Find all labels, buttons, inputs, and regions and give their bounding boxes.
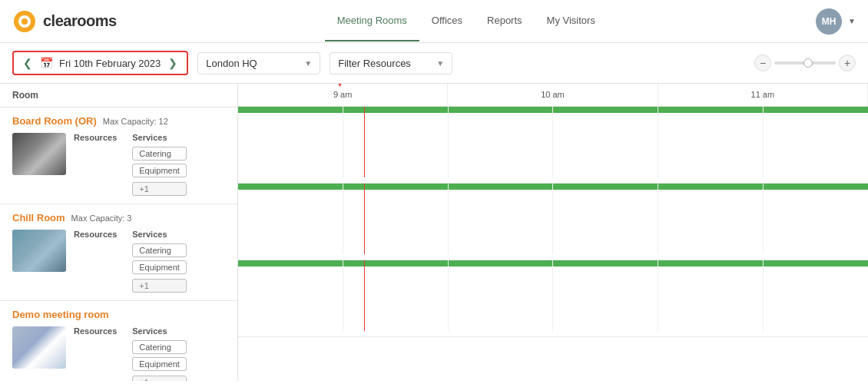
zoom-slider[interactable]: [774, 61, 836, 65]
calendar-row-demo[interactable]: [238, 260, 868, 337]
nav-my-visitors[interactable]: My Visitors: [535, 1, 608, 41]
svg-point-2: [22, 18, 28, 25]
calendar-panel[interactable]: 9 am 10 am 11 am: [238, 84, 868, 381]
demo-room-services-col: Services Catering Equipment +1: [132, 326, 187, 381]
next-date-button[interactable]: ❯: [167, 57, 179, 69]
board-more-tag[interactable]: +1: [132, 182, 187, 196]
zoom-thumb: [803, 58, 813, 68]
user-menu-chevron[interactable]: ▼: [848, 17, 856, 25]
board-services-label: Services: [132, 133, 187, 142]
room-item-chill: Chill Room Max Capacity: 3 Resources Ser…: [0, 204, 237, 301]
demo-cell-2[interactable]: [343, 260, 449, 331]
board-service-equipment[interactable]: Equipment: [132, 164, 187, 177]
board-room-capacity: Max Capacity: 12: [103, 117, 168, 126]
time-slot-9am: 9 am: [238, 84, 448, 106]
chill-cell-6[interactable]: [764, 184, 868, 254]
main-nav: Meeting Rooms Offices Reports My Visitor…: [325, 1, 608, 41]
chill-calendar-content[interactable]: [238, 184, 868, 254]
chill-services-label: Services: [132, 230, 187, 239]
board-service-catering[interactable]: Catering: [132, 147, 187, 161]
time-header: 9 am 10 am 11 am: [238, 84, 868, 107]
zoom-out-button[interactable]: −: [754, 55, 771, 71]
nav-reports[interactable]: Reports: [475, 1, 535, 41]
chill-service-catering[interactable]: Catering: [132, 243, 187, 257]
demo-room-name[interactable]: Demo meeting room: [12, 309, 109, 320]
board-resources-label: Resources: [74, 133, 117, 142]
room-item-demo: Demo meeting room Resources Services Cat…: [0, 301, 237, 381]
user-menu: MH ▼: [816, 8, 856, 35]
location-value: London HQ: [206, 58, 257, 69]
chill-cell-1[interactable]: [238, 184, 343, 254]
zoom-in-button[interactable]: +: [839, 55, 856, 71]
demo-cell-1[interactable]: [238, 260, 343, 331]
room-label: Room: [12, 90, 38, 101]
time-slot-11am: 11 am: [658, 84, 868, 106]
room-column-header: Room: [0, 84, 237, 108]
nav-meeting-rooms[interactable]: Meeting Rooms: [325, 1, 419, 41]
demo-room-meta: Resources Services Catering Equipment +1: [74, 326, 225, 381]
chill-resources-label: Resources: [74, 230, 117, 239]
current-time-line-chill: [364, 184, 365, 254]
location-arrow-icon: ▼: [304, 59, 312, 68]
time-10am-label: 10 am: [541, 90, 565, 99]
current-date: Fri 10th February 2023: [59, 58, 161, 69]
rooms-panel: Room Board Room (OR) Max Capacity: 12 Re…: [0, 84, 238, 381]
main-content: Room Board Room (OR) Max Capacity: 12 Re…: [0, 84, 868, 381]
board-cell-6[interactable]: [764, 107, 868, 177]
calendar-row-chill[interactable]: [238, 184, 868, 260]
board-cell-3[interactable]: [449, 107, 554, 177]
avatar[interactable]: MH: [816, 8, 842, 35]
time-9am-label: 9 am: [333, 90, 352, 99]
chill-service-equipment[interactable]: Equipment: [132, 260, 187, 274]
demo-cell-3[interactable]: [449, 260, 554, 331]
demo-cell-6[interactable]: [764, 260, 868, 331]
chill-room-services-col: Services Catering Equipment +1: [132, 230, 187, 293]
demo-more-tag[interactable]: +1: [132, 376, 187, 381]
toolbar: ❮ 📅 Fri 10th February 2023 ❯ London HQ ▼…: [0, 43, 868, 84]
calendar-row-board[interactable]: [238, 107, 868, 184]
app-header: clearooms Meeting Rooms Offices Reports …: [0, 0, 868, 43]
filter-arrow-icon: ▼: [436, 59, 444, 68]
chill-room-meta: Resources Services Catering Equipment +1: [74, 230, 225, 293]
chill-room-name[interactable]: Chill Room: [12, 212, 65, 223]
time-11am-label: 11 am: [751, 90, 775, 99]
logo-icon: [12, 9, 37, 34]
demo-room-resources-col: Resources: [74, 326, 117, 381]
board-cell-1[interactable]: [238, 107, 343, 177]
board-cell-4[interactable]: [553, 107, 658, 177]
date-navigator: ❮ 📅 Fri 10th February 2023 ❯: [12, 51, 188, 75]
demo-service-catering[interactable]: Catering: [132, 340, 187, 354]
chill-cell-5[interactable]: [658, 184, 764, 254]
demo-cell-4[interactable]: [553, 260, 658, 331]
nav-offices[interactable]: Offices: [419, 1, 475, 41]
logo: clearooms: [12, 9, 117, 34]
chill-more-tag[interactable]: +1: [132, 279, 187, 293]
current-time-line-board: [364, 107, 365, 177]
demo-services-label: Services: [132, 326, 187, 336]
demo-service-equipment[interactable]: Equipment: [132, 357, 187, 371]
chill-cell-2[interactable]: [343, 184, 449, 254]
board-room-services-col: Services Catering Equipment +1: [132, 133, 187, 196]
chill-room-capacity: Max Capacity: 3: [71, 214, 132, 223]
board-room-resources-col: Resources: [74, 133, 117, 196]
board-room-name[interactable]: Board Room (OR): [12, 115, 97, 127]
room-item-board: Board Room (OR) Max Capacity: 12 Resourc…: [0, 108, 237, 204]
board-cell-2[interactable]: [343, 107, 449, 177]
chill-cell-3[interactable]: [449, 184, 554, 254]
demo-calendar-content[interactable]: [238, 260, 868, 331]
chill-cell-4[interactable]: [553, 184, 658, 254]
board-cell-5[interactable]: [658, 107, 764, 177]
location-selector[interactable]: London HQ ▼: [197, 52, 320, 74]
demo-room-image: [12, 326, 66, 369]
chill-room-image: [12, 230, 66, 272]
filter-resources-selector[interactable]: Filter Resources ▼: [330, 52, 452, 74]
demo-cell-5[interactable]: [658, 260, 764, 331]
zoom-control: − +: [754, 55, 856, 71]
time-slot-10am: 10 am: [448, 84, 658, 106]
demo-resources-label: Resources: [74, 326, 117, 336]
board-calendar-content[interactable]: [238, 107, 868, 177]
app-name: clearooms: [43, 12, 117, 30]
current-time-line-demo: [364, 260, 365, 331]
prev-date-button[interactable]: ❮: [22, 57, 34, 69]
board-room-image: [12, 133, 66, 175]
